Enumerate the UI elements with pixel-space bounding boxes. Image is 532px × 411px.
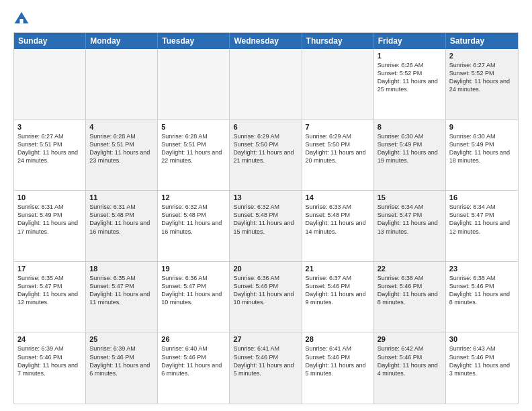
day-cell-1: 1Sunrise: 6:26 AM Sunset: 5:52 PM Daylig… <box>374 49 446 120</box>
calendar-row-1: 1Sunrise: 6:26 AM Sunset: 5:52 PM Daylig… <box>14 49 518 120</box>
cell-text: Sunrise: 6:27 AM Sunset: 5:51 PM Dayligh… <box>17 132 82 165</box>
day-number: 20 <box>233 265 298 273</box>
empty-cell <box>86 49 158 120</box>
cell-text: Sunrise: 6:39 AM Sunset: 5:46 PM Dayligh… <box>89 345 154 377</box>
day-cell-15: 15Sunrise: 6:34 AM Sunset: 5:47 PM Dayli… <box>374 191 446 261</box>
cell-text: Sunrise: 6:30 AM Sunset: 5:49 PM Dayligh… <box>449 132 515 165</box>
day-number: 30 <box>449 335 515 343</box>
day-cell-14: 14Sunrise: 6:33 AM Sunset: 5:48 PM Dayli… <box>302 191 374 261</box>
day-cell-3: 3Sunrise: 6:27 AM Sunset: 5:51 PM Daylig… <box>14 120 86 191</box>
svg-rect-2 <box>19 19 23 24</box>
day-cell-19: 19Sunrise: 6:36 AM Sunset: 5:47 PM Dayli… <box>158 262 230 332</box>
day-number: 1 <box>378 52 442 60</box>
logo-icon <box>13 11 30 27</box>
empty-cell <box>14 49 86 120</box>
day-cell-22: 22Sunrise: 6:38 AM Sunset: 5:46 PM Dayli… <box>374 262 446 332</box>
weekday-header-saturday: Saturday <box>446 33 518 49</box>
weekday-header-monday: Monday <box>86 33 158 49</box>
calendar-row-4: 17Sunrise: 6:35 AM Sunset: 5:47 PM Dayli… <box>14 262 518 333</box>
cell-text: Sunrise: 6:31 AM Sunset: 5:49 PM Dayligh… <box>17 203 82 236</box>
cell-text: Sunrise: 6:34 AM Sunset: 5:47 PM Dayligh… <box>378 203 442 236</box>
header <box>13 11 519 27</box>
day-number: 26 <box>161 335 226 343</box>
day-number: 22 <box>378 265 442 273</box>
cell-text: Sunrise: 6:27 AM Sunset: 5:52 PM Dayligh… <box>449 61 515 94</box>
empty-cell <box>230 49 302 120</box>
day-cell-12: 12Sunrise: 6:32 AM Sunset: 5:48 PM Dayli… <box>158 191 230 261</box>
calendar: SundayMondayTuesdayWednesdayThursdayFrid… <box>13 32 519 404</box>
calendar-header: SundayMondayTuesdayWednesdayThursdayFrid… <box>14 33 518 49</box>
day-cell-26: 26Sunrise: 6:40 AM Sunset: 5:46 PM Dayli… <box>158 332 230 404</box>
day-number: 2 <box>449 52 515 60</box>
cell-text: Sunrise: 6:35 AM Sunset: 5:47 PM Dayligh… <box>17 274 82 307</box>
day-number: 19 <box>161 265 226 273</box>
cell-text: Sunrise: 6:38 AM Sunset: 5:46 PM Dayligh… <box>378 274 442 307</box>
day-cell-6: 6Sunrise: 6:29 AM Sunset: 5:50 PM Daylig… <box>230 120 302 191</box>
cell-text: Sunrise: 6:43 AM Sunset: 5:46 PM Dayligh… <box>449 345 515 377</box>
day-cell-28: 28Sunrise: 6:41 AM Sunset: 5:46 PM Dayli… <box>302 332 374 404</box>
cell-text: Sunrise: 6:39 AM Sunset: 5:46 PM Dayligh… <box>17 345 82 377</box>
day-number: 21 <box>306 265 370 273</box>
day-number: 29 <box>378 335 442 343</box>
cell-text: Sunrise: 6:26 AM Sunset: 5:52 PM Dayligh… <box>378 61 442 94</box>
day-cell-25: 25Sunrise: 6:39 AM Sunset: 5:46 PM Dayli… <box>86 332 158 404</box>
day-number: 9 <box>449 123 515 131</box>
cell-text: Sunrise: 6:32 AM Sunset: 5:48 PM Dayligh… <box>233 203 298 236</box>
day-cell-23: 23Sunrise: 6:38 AM Sunset: 5:46 PM Dayli… <box>446 262 518 332</box>
day-number: 10 <box>17 193 82 201</box>
cell-text: Sunrise: 6:41 AM Sunset: 5:46 PM Dayligh… <box>233 345 298 377</box>
day-cell-7: 7Sunrise: 6:29 AM Sunset: 5:50 PM Daylig… <box>302 120 374 191</box>
cell-text: Sunrise: 6:31 AM Sunset: 5:48 PM Dayligh… <box>89 203 154 236</box>
cell-text: Sunrise: 6:37 AM Sunset: 5:46 PM Dayligh… <box>306 274 370 307</box>
day-number: 27 <box>233 335 298 343</box>
day-number: 5 <box>161 123 226 131</box>
day-number: 16 <box>449 193 515 201</box>
day-cell-30: 30Sunrise: 6:43 AM Sunset: 5:46 PM Dayli… <box>446 332 518 404</box>
cell-text: Sunrise: 6:36 AM Sunset: 5:46 PM Dayligh… <box>233 274 298 307</box>
day-cell-2: 2Sunrise: 6:27 AM Sunset: 5:52 PM Daylig… <box>446 49 518 120</box>
cell-text: Sunrise: 6:34 AM Sunset: 5:47 PM Dayligh… <box>449 203 515 236</box>
cell-text: Sunrise: 6:42 AM Sunset: 5:46 PM Dayligh… <box>378 345 442 377</box>
day-number: 13 <box>233 193 298 201</box>
calendar-row-3: 10Sunrise: 6:31 AM Sunset: 5:49 PM Dayli… <box>14 191 518 262</box>
calendar-row-5: 24Sunrise: 6:39 AM Sunset: 5:46 PM Dayli… <box>14 332 518 404</box>
cell-text: Sunrise: 6:29 AM Sunset: 5:50 PM Dayligh… <box>306 132 370 165</box>
cell-text: Sunrise: 6:36 AM Sunset: 5:47 PM Dayligh… <box>161 274 226 307</box>
page: SundayMondayTuesdayWednesdayThursdayFrid… <box>0 0 532 411</box>
empty-cell <box>302 49 374 120</box>
day-cell-4: 4Sunrise: 6:28 AM Sunset: 5:51 PM Daylig… <box>86 120 158 191</box>
cell-text: Sunrise: 6:30 AM Sunset: 5:49 PM Dayligh… <box>378 132 442 165</box>
cell-text: Sunrise: 6:35 AM Sunset: 5:47 PM Dayligh… <box>89 274 154 307</box>
day-cell-17: 17Sunrise: 6:35 AM Sunset: 5:47 PM Dayli… <box>14 262 86 332</box>
cell-text: Sunrise: 6:28 AM Sunset: 5:51 PM Dayligh… <box>161 132 226 165</box>
day-number: 3 <box>17 123 82 131</box>
day-cell-11: 11Sunrise: 6:31 AM Sunset: 5:48 PM Dayli… <box>86 191 158 261</box>
weekday-header-sunday: Sunday <box>14 33 86 49</box>
day-cell-20: 20Sunrise: 6:36 AM Sunset: 5:46 PM Dayli… <box>230 262 302 332</box>
day-number: 14 <box>306 193 370 201</box>
day-number: 7 <box>306 123 370 131</box>
cell-text: Sunrise: 6:40 AM Sunset: 5:46 PM Dayligh… <box>161 345 226 377</box>
day-cell-9: 9Sunrise: 6:30 AM Sunset: 5:49 PM Daylig… <box>446 120 518 191</box>
day-number: 23 <box>449 265 515 273</box>
weekday-header-friday: Friday <box>374 33 446 49</box>
day-cell-5: 5Sunrise: 6:28 AM Sunset: 5:51 PM Daylig… <box>158 120 230 191</box>
day-number: 8 <box>378 123 442 131</box>
day-number: 15 <box>378 193 442 201</box>
day-cell-29: 29Sunrise: 6:42 AM Sunset: 5:46 PM Dayli… <box>374 332 446 404</box>
day-number: 4 <box>89 123 154 131</box>
day-number: 17 <box>17 265 82 273</box>
day-cell-13: 13Sunrise: 6:32 AM Sunset: 5:48 PM Dayli… <box>230 191 302 261</box>
cell-text: Sunrise: 6:33 AM Sunset: 5:48 PM Dayligh… <box>306 203 370 236</box>
cell-text: Sunrise: 6:32 AM Sunset: 5:48 PM Dayligh… <box>161 203 226 236</box>
day-cell-21: 21Sunrise: 6:37 AM Sunset: 5:46 PM Dayli… <box>302 262 374 332</box>
day-number: 24 <box>17 335 82 343</box>
day-number: 18 <box>89 265 154 273</box>
day-cell-16: 16Sunrise: 6:34 AM Sunset: 5:47 PM Dayli… <box>446 191 518 261</box>
logo <box>13 11 32 27</box>
day-number: 25 <box>89 335 154 343</box>
day-cell-27: 27Sunrise: 6:41 AM Sunset: 5:46 PM Dayli… <box>230 332 302 404</box>
calendar-body: 1Sunrise: 6:26 AM Sunset: 5:52 PM Daylig… <box>14 49 518 404</box>
day-number: 11 <box>89 193 154 201</box>
cell-text: Sunrise: 6:28 AM Sunset: 5:51 PM Dayligh… <box>89 132 154 165</box>
